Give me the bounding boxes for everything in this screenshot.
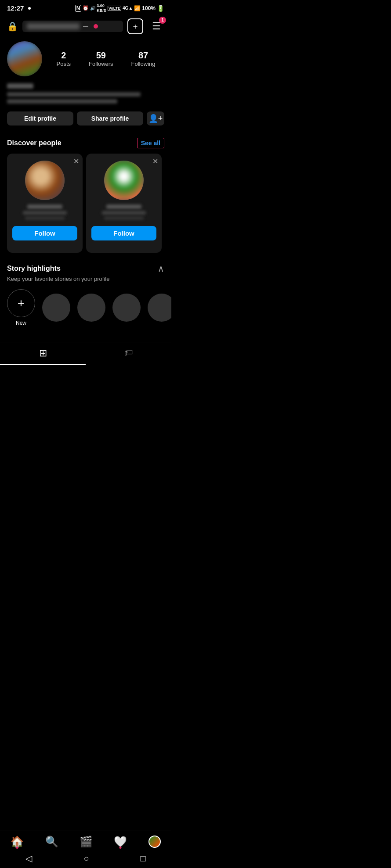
discover-header: Discover people See all: [7, 138, 164, 148]
following-count: 87: [138, 50, 148, 61]
avatar-image: [7, 41, 42, 76]
highlight-item-2[interactable]: [77, 294, 105, 322]
profile-stats-row: 2 Posts 59 Followers 87 Following: [7, 41, 164, 76]
person-sub1-1: [23, 211, 67, 215]
following-stat[interactable]: 87 Following: [131, 50, 156, 67]
person-sub2-1: [25, 216, 65, 220]
plus-icon: +: [18, 296, 25, 310]
network-icon: 4G▲: [123, 6, 133, 11]
person-sub1-2: [102, 211, 146, 215]
volte-icon: VoLTE: [108, 6, 121, 11]
tag-icon: 🏷: [124, 348, 133, 360]
person-add-icon: 👤+: [148, 114, 163, 123]
person-avatar-image-2: [104, 161, 144, 200]
dropdown-indicator: —: [83, 23, 88, 29]
tab-grid[interactable]: ⊞: [0, 342, 86, 365]
followers-count: 59: [96, 50, 106, 61]
card-close-2[interactable]: ✕: [152, 157, 158, 165]
highlight-item-1[interactable]: [42, 294, 70, 322]
posts-label: Posts: [56, 61, 71, 67]
person-card-1: ✕ Follow: [7, 154, 83, 253]
status-icons: N ⏰ 🔊 3.00KB/S VoLTE 4G▲ 📶 100% 🔋: [75, 4, 164, 13]
top-navigation: 🔒 — ＋ ☰ 1: [0, 15, 171, 38]
signal-icon: 🔊: [90, 6, 95, 11]
person-name-1: [27, 204, 62, 209]
bio-section: [7, 83, 164, 111]
person-card-2: ✕ Follow: [86, 154, 162, 253]
people-cards-container: ✕ Follow ✕ Follow praise: [7, 154, 164, 255]
follow-button-1[interactable]: Follow: [12, 226, 77, 240]
menu-button[interactable]: ☰ 1: [148, 18, 164, 34]
bio-line-1: [7, 92, 141, 97]
highlights-row: + New: [7, 289, 164, 326]
tab-tagged[interactable]: 🏷: [86, 342, 171, 365]
bio-line-2: [7, 99, 117, 104]
chevron-up-icon[interactable]: ∧: [158, 263, 164, 274]
menu-badge: 1: [159, 17, 166, 24]
highlight-circle-3[interactable]: [112, 294, 141, 322]
status-dot: [28, 7, 31, 10]
highlights-subtitle: Keep your favorite stories on your profi…: [7, 276, 164, 282]
bio-name: [7, 83, 33, 89]
lock-icon: 🔒: [7, 21, 18, 32]
battery-percentage: 100%: [142, 5, 156, 11]
action-buttons: Edit profile Share profile 👤+: [7, 111, 164, 126]
edit-profile-button[interactable]: Edit profile: [7, 111, 73, 126]
add-post-button[interactable]: ＋: [127, 18, 143, 34]
wifi-signal: 📶: [134, 5, 141, 11]
profile-section: 2 Posts 59 Followers 87 Following Edit p…: [0, 38, 171, 138]
highlights-header: Story highlights ∧: [7, 263, 164, 274]
follow-button-2[interactable]: Follow: [91, 226, 156, 240]
add-friend-button[interactable]: 👤+: [147, 111, 164, 126]
following-label: Following: [131, 61, 156, 67]
new-highlight-circle[interactable]: +: [7, 289, 35, 317]
share-profile-button[interactable]: Share profile: [77, 111, 143, 126]
grid-icon: ⊞: [39, 348, 47, 359]
highlight-circle-1[interactable]: [42, 294, 70, 322]
discover-people-section: Discover people See all ✕ Follow ✕ Follo…: [0, 138, 171, 255]
card-close-1[interactable]: ✕: [73, 157, 79, 165]
highlight-item-4[interactable]: [148, 294, 171, 322]
profile-avatar[interactable]: [7, 41, 42, 76]
notification-dot: [94, 24, 98, 29]
posts-stat[interactable]: 2 Posts: [56, 50, 71, 67]
posts-count: 2: [61, 50, 66, 61]
person-avatar-image-1: [25, 161, 65, 200]
person-avatar-1[interactable]: [25, 161, 65, 200]
content-tabs: ⊞ 🏷: [0, 342, 171, 365]
person-name-2: [106, 204, 141, 209]
person-sub2-2: [104, 216, 144, 220]
nav-icons: ＋ ☰ 1: [127, 18, 164, 34]
nfc-icon: N: [75, 5, 82, 12]
see-all-button[interactable]: See all: [137, 138, 164, 148]
highlights-title: Story highlights: [7, 265, 61, 273]
discover-title: Discover people: [7, 139, 62, 147]
plus-icon: ＋: [131, 21, 139, 32]
highlight-item-3[interactable]: [112, 294, 141, 322]
new-highlight-item[interactable]: + New: [7, 289, 35, 326]
followers-stat[interactable]: 59 Followers: [89, 50, 113, 67]
person-avatar-2[interactable]: [104, 161, 144, 200]
highlights-section: Story highlights ∧ Keep your favorite st…: [0, 255, 171, 333]
new-highlight-label: New: [16, 320, 26, 326]
username-text: [27, 23, 80, 29]
username-bar: —: [22, 21, 123, 32]
status-bar: 12:27 N ⏰ 🔊 3.00KB/S VoLTE 4G▲ 📶 100% 🔋: [0, 0, 171, 15]
followers-label: Followers: [89, 61, 113, 67]
highlight-circle-4[interactable]: [148, 294, 171, 322]
stats-row: 2 Posts 59 Followers 87 Following: [47, 50, 164, 67]
status-time: 12:27: [7, 4, 24, 12]
battery-icon: 🔋: [157, 5, 164, 12]
highlight-circle-2[interactable]: [77, 294, 105, 322]
data-speed: 3.00KB/S: [97, 4, 106, 13]
alarm-icon: ⏰: [83, 5, 89, 11]
